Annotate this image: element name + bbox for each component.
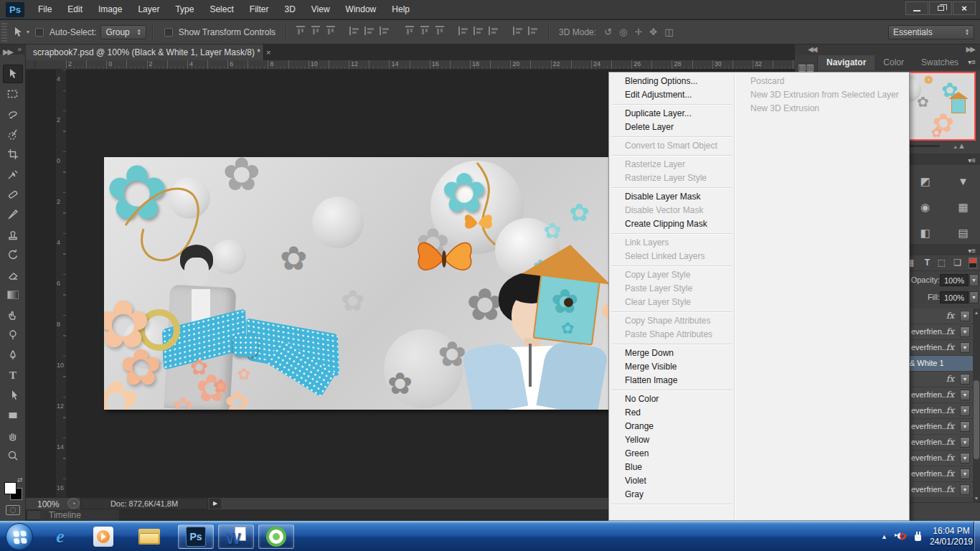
panel-menu-icon[interactable]: ▾≡	[968, 156, 976, 164]
auto-select-target-dropdown[interactable]: Group ▲▼	[100, 25, 146, 39]
align-horizontal-centers-icon[interactable]	[364, 26, 376, 38]
menu-item-green[interactable]: Green	[609, 447, 734, 461]
channel-mixer-icon[interactable]: ▦	[958, 201, 968, 214]
media-player-button[interactable]	[88, 524, 119, 549]
shape-tool[interactable]	[3, 406, 23, 425]
eraser-tool[interactable]	[3, 265, 23, 284]
show-desktop-button[interactable]	[974, 522, 980, 551]
auto-select-checkbox[interactable]	[35, 28, 44, 37]
menu-item-disable-layer-mask[interactable]: Disable Layer Mask	[609, 190, 734, 204]
menu-item-edit-adjustment[interactable]: Edit Adjustment...	[609, 88, 734, 102]
layer-fx-expand-icon[interactable]: ▼	[960, 437, 970, 448]
zoom-mountains-icon[interactable]: ▲▲	[953, 141, 966, 151]
menu-layer[interactable]: Layer	[130, 0, 167, 19]
filter-smart-icon[interactable]: ❏	[953, 258, 961, 268]
menu-item-merge-visible[interactable]: Merge Visible	[609, 360, 734, 374]
crop-tool[interactable]	[3, 145, 23, 164]
menu-item-gray[interactable]: Gray	[609, 488, 734, 501]
layer-fx-expand-icon[interactable]: ▼	[960, 484, 970, 495]
scroll-down-icon[interactable]: ▼	[973, 496, 980, 501]
gradient-map-icon[interactable]: ▤	[958, 227, 968, 240]
power-plug-icon[interactable]	[913, 532, 923, 542]
volume-muted-icon[interactable]	[895, 532, 906, 542]
menu-edit[interactable]: Edit	[60, 0, 90, 19]
menu-image[interactable]: Image	[90, 0, 130, 19]
auto-distribute-icon[interactable]	[528, 26, 540, 38]
menu-item-duplicate-layer[interactable]: Duplicate Layer...	[609, 107, 734, 121]
tab-close-icon[interactable]: ×	[266, 48, 270, 57]
dodge-tool[interactable]	[3, 326, 23, 344]
menu-item-blending-options[interactable]: Blending Options...	[609, 75, 734, 88]
type-tool[interactable]: T	[3, 366, 23, 385]
panel-menu-icon[interactable]: ▾≡	[968, 247, 976, 255]
swap-colors-icon[interactable]: ⇄	[17, 476, 23, 484]
distribute-left-edges-icon[interactable]	[458, 26, 470, 38]
auto-align-layers-icon[interactable]	[513, 26, 524, 38]
zoom-tool[interactable]	[3, 446, 23, 465]
move-tool[interactable]	[3, 65, 23, 83]
color-balance-icon[interactable]: ◉	[920, 201, 930, 214]
align-bottom-edges-icon[interactable]	[325, 26, 336, 38]
lasso-tool[interactable]	[3, 105, 23, 123]
curves-icon[interactable]: ▼	[958, 175, 969, 188]
tab-color[interactable]: Color	[875, 55, 913, 70]
align-left-edges-icon[interactable]	[349, 26, 361, 38]
menu-window[interactable]: Window	[338, 0, 385, 19]
invert-icon[interactable]: ◧	[920, 227, 930, 240]
pen-tool[interactable]	[3, 346, 23, 364]
layer-fx-expand-icon[interactable]: ▼	[960, 453, 970, 463]
distribute-horizontal-centers-icon[interactable]	[473, 26, 485, 38]
clone-stamp-tool[interactable]	[3, 225, 23, 244]
menu-item-flatten-image[interactable]: Flatten Image	[609, 374, 734, 387]
current-tool-preview[interactable]: ▾	[11, 26, 29, 39]
doc-size-field[interactable]: Doc: 872,6K/41,8M	[80, 498, 208, 509]
hand-tool[interactable]	[3, 426, 23, 445]
menu-item-orange[interactable]: Orange	[609, 420, 734, 433]
coccoc-taskbar-button[interactable]	[258, 524, 294, 549]
zoom-level[interactable]: 100%	[37, 499, 60, 509]
layer-fx-expand-icon[interactable]: ▼	[960, 311, 970, 321]
menu-view[interactable]: View	[303, 0, 338, 19]
menu-filter[interactable]: Filter	[242, 0, 277, 19]
internet-explorer-button[interactable]: e	[44, 524, 76, 549]
document-tab[interactable]: scrapbook7.psd @ 100% (Black & White 1, …	[26, 44, 264, 60]
start-button[interactable]	[6, 523, 33, 550]
menu-item-merge-down[interactable]: Merge Down	[609, 347, 734, 360]
distribute-vertical-centers-icon[interactable]	[419, 26, 430, 38]
minimize-button[interactable]	[905, 1, 928, 15]
layer-fx-expand-icon[interactable]: ▼	[960, 342, 970, 353]
fill-value[interactable]: 100%	[940, 291, 969, 303]
layers-scrollbar[interactable]: ▲ ▼	[973, 309, 980, 502]
quick-select-tool[interactable]	[3, 125, 23, 143]
fill-dropdown-icon[interactable]: ▼	[969, 291, 979, 303]
menu-help[interactable]: Help	[384, 0, 418, 19]
layer-fx-expand-icon[interactable]: ▼	[960, 326, 970, 337]
timeline-tab[interactable]: Timeline	[40, 509, 119, 521]
menu-file[interactable]: File	[30, 0, 60, 19]
healing-tool[interactable]	[3, 185, 23, 204]
mini-bridge-icon[interactable]: ▥▥	[795, 62, 817, 72]
canvas-artwork[interactable]: ✿ ✿ ✿ ✿ ✿ ✿ ✿ ✿ ✿ ✿ ✿ ✿ ✿	[104, 157, 635, 410]
menu-item-blue[interactable]: Blue	[609, 461, 734, 474]
menu-select[interactable]: Select	[202, 0, 241, 19]
distribute-right-edges-icon[interactable]	[489, 26, 500, 38]
align-right-edges-icon[interactable]	[380, 26, 391, 38]
scroll-up-icon[interactable]: ▲	[973, 310, 980, 315]
close-button[interactable]: ×	[953, 1, 976, 15]
workspace-switcher[interactable]: Essentials ▲▼	[888, 25, 974, 39]
layer-fx-expand-icon[interactable]: ▼	[960, 468, 970, 479]
panel-menu-icon[interactable]: ▾≡	[968, 58, 976, 66]
tray-expand-icon[interactable]: ▲	[881, 533, 887, 540]
foreground-color-swatch[interactable]	[4, 482, 17, 494]
3d-camera-icon[interactable]: ◫	[664, 27, 673, 37]
photoshop-taskbar-button[interactable]: Ps	[178, 524, 214, 549]
3d-orbit-icon[interactable]: ↺	[604, 27, 612, 37]
distribute-top-edges-icon[interactable]	[404, 26, 415, 38]
explorer-button[interactable]	[133, 524, 165, 549]
marquee-tool[interactable]	[3, 85, 23, 103]
menu-item-create-clipping-mask[interactable]: Create Clipping Mask	[609, 217, 734, 231]
3d-drag-icon[interactable]: ✛	[634, 27, 642, 37]
quick-mask-button[interactable]	[6, 505, 20, 515]
word-taskbar-button[interactable]: W	[218, 524, 254, 549]
menu-item-violet[interactable]: Violet	[609, 474, 734, 488]
